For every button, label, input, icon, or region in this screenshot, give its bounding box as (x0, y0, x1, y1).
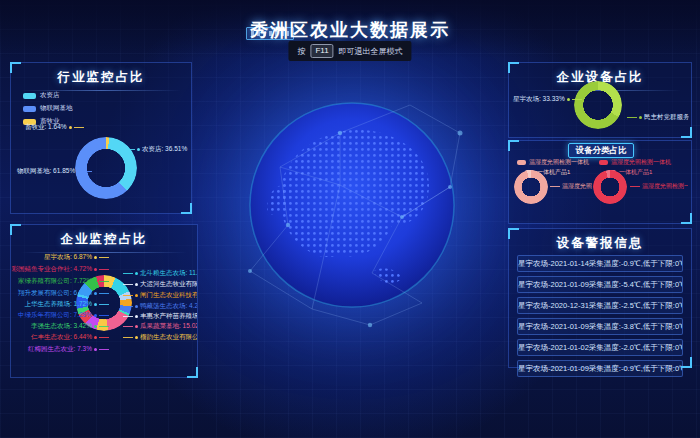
panel-device-alarm: 设备警报信息 星宇农场-2021-01-14采集温度:-0.9℃,低于下限:0℃… (508, 228, 692, 368)
label-dot (94, 336, 97, 339)
chart-label: 鸭藏荡生态农场: 4.29 (123, 302, 197, 310)
panel-device-category: 设备分类占比 温湿度光照检测一体机 一体机产品1 温湿度光照检测一体机 一体机产… (508, 140, 692, 224)
chart-label: 温湿度光照检测一... (630, 182, 688, 191)
label-line (123, 295, 133, 296)
chart-label: 红梅园生态农业: 7.3% (13, 345, 109, 353)
legend-swatch (517, 160, 526, 165)
hint-prefix: 按 (297, 46, 305, 57)
chart-label: 翔升发展有限公司: 6.87% (13, 289, 109, 297)
alarm-row: 星宇农场-2021-01-09采集温度:-5.4℃,低于下限:0℃ (517, 276, 683, 293)
label-line (123, 316, 133, 317)
label-dot (94, 325, 97, 328)
label-dot (135, 272, 138, 275)
legend-swatch (599, 160, 608, 165)
chart-label: 仁丰生态农业: 6.44% (13, 333, 109, 341)
label-text: 翔升发展有限公司: 6.87% (18, 289, 92, 298)
legend-item[interactable]: 温湿度光照检测一体机 (517, 158, 589, 167)
legend-item[interactable]: 物联网基地 (23, 104, 73, 113)
chart-label: 畜牧业: 1.64% (25, 123, 84, 131)
chart-label: 家绿养殖有限公司: 7.72% (13, 277, 109, 285)
label-dot (567, 98, 570, 101)
chart-label: 物联网基地: 61.85% (17, 167, 92, 175)
label-text: 温湿度光照检测一... (562, 182, 592, 191)
label-dot (94, 314, 97, 317)
chart-label: 瓜果蔬菜基地: 15.02% (123, 322, 197, 330)
label-line (82, 171, 92, 172)
label-text: 星宇农场: 33.33% (513, 95, 565, 104)
label-dot (135, 305, 138, 308)
page-title: 秀洲区农业大数据展示 (0, 18, 700, 42)
chart-label: 星宇农场: 6.87% (13, 253, 109, 261)
label-text: 瓜果蔬菜基地: 15.02% (140, 322, 197, 330)
label-dot (135, 336, 138, 339)
globe-icon (222, 75, 482, 335)
legend-label: 温湿度光照检测一体机 (529, 158, 589, 167)
label-text: 大运河生态牧业有限责任公 (140, 280, 197, 288)
label-text: 畜牧业: 1.64% (25, 123, 67, 132)
label-line (123, 337, 133, 338)
dashboard: 秀洲区农业大数据展示 按 F11 即可退出全屏模式 行业监控占比 农资店 物联网… (0, 0, 700, 438)
chart-label: 农资店: 36.51% (125, 145, 187, 153)
label-text: 榴韵生态农业有限公司: 6.87% (140, 333, 197, 341)
label-dot (94, 256, 97, 259)
label-line (123, 306, 133, 307)
chart-label: 上华生态养殖场: 1.72% (13, 300, 109, 308)
label-line (99, 269, 109, 270)
label-line (123, 284, 133, 285)
alarm-row: 星宇农场-2021-01-09采集温度:-0.9℃,低于下限:0℃ (517, 360, 683, 377)
label-dot (94, 280, 97, 283)
chart-label: 李强生态农场: 3.42% (13, 322, 109, 330)
legend-label: 温湿度光照检测一体机 (611, 158, 671, 167)
label-text: 丰惠水产种苗养殖场: 1. (140, 312, 197, 320)
f11-key: F11 (310, 44, 333, 58)
label-text: 中绿乐年有限公司: 7.29% (18, 311, 92, 320)
label-text: 彩国鲭鱼专业合作社: 4.72% (11, 265, 92, 274)
panel-industry-monitor: 行业监控占比 农资店 物联网基地 畜牧业 畜牧业: 1.64% 农资店: 36.… (10, 62, 192, 214)
label-line (99, 281, 109, 282)
label-dot (135, 294, 138, 297)
label-text: 鸭藏荡生态农场: 4.29 (140, 302, 197, 310)
label-text: 闸门生态农业科技有限公 (140, 291, 197, 299)
label-dot (135, 283, 138, 286)
label-dot (639, 116, 642, 119)
alarm-row: 星宇农场-2021-01-02采集温度:-2.0℃,低于下限:0℃ (517, 339, 683, 356)
label-dot (94, 348, 97, 351)
alarm-list: 星宇农场-2021-01-14采集温度:-0.9℃,低于下限:0℃ 星宇农场-2… (517, 255, 683, 381)
label-line (550, 186, 560, 187)
label-line (630, 186, 640, 187)
legend-label: 农资店 (40, 91, 60, 100)
hint-suffix: 即可退出全屏模式 (339, 46, 403, 57)
label-line (123, 326, 133, 327)
chart-label: 大运河生态牧业有限责任公 (123, 280, 197, 288)
label-dot (94, 268, 97, 271)
labels-left: 星宇农场: 6.87% 彩国鲭鱼专业合作社: 4.72% 家绿养殖有限公司: 7… (13, 225, 111, 377)
label-text: 物联网基地: 61.85% (17, 167, 75, 176)
label-line (99, 315, 109, 316)
legend-label: 一体机产品1 (619, 168, 652, 177)
label-text: 北斗粮生态农场: 11.16% (140, 269, 197, 277)
label-line (572, 99, 582, 100)
label-line (99, 337, 109, 338)
enterprise-device-donut-chart[interactable] (574, 81, 622, 129)
alarm-row: 星宇农场-2021-01-09采集温度:-3.8℃,低于下限:0℃ (517, 318, 683, 335)
chart-label: 榴韵生态农业有限公司: 6.87% (123, 333, 197, 341)
device-category-donut-chart-2[interactable] (593, 170, 627, 204)
legend-item[interactable]: 温湿度光照检测一体机 (599, 158, 671, 167)
chart-label: 中绿乐年有限公司: 7.29% (13, 311, 109, 319)
label-text: 上华生态养殖场: 1.72% (24, 300, 92, 309)
chart-label: 丰惠水产种苗养殖场: 1. (123, 312, 197, 320)
label-line (99, 304, 109, 305)
label-line (99, 257, 109, 258)
label-dot (135, 315, 138, 318)
label-text: 农资店: 36.51% (142, 145, 187, 154)
alarm-row: 星宇农场-2020-12-31采集温度:-2.5℃,低于下限:0℃ (517, 297, 683, 314)
globe-visualization (222, 75, 482, 335)
chart-label: 民主村党群服务中心: (627, 113, 689, 121)
device-category-donut-chart-1[interactable] (514, 170, 548, 204)
label-line (74, 127, 84, 128)
header: 秀洲区农业大数据展示 按 F11 即可退出全屏模式 (0, 0, 700, 58)
label-dot (94, 303, 97, 306)
panel-enterprise-monitor: 企业监控占比 星宇农场: 6.87% 彩国鲭鱼专业合作社: 4.72% 家绿养殖… (10, 224, 198, 378)
legend-item[interactable]: 农资店 (23, 91, 73, 100)
label-line (125, 149, 135, 150)
